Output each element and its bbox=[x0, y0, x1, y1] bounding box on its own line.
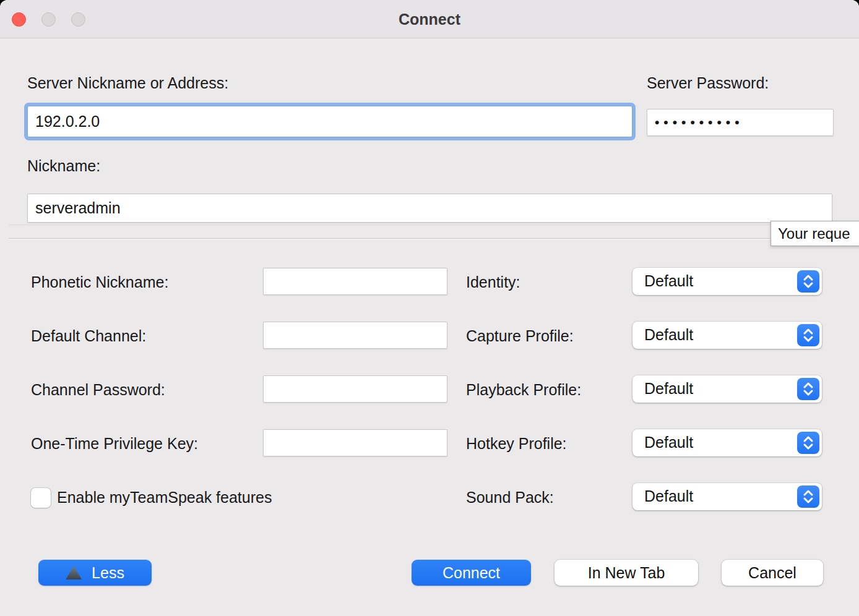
in-new-tab-button-label: In New Tab bbox=[588, 564, 665, 582]
cancel-button-label: Cancel bbox=[748, 564, 796, 582]
connect-dialog: Connect Server Nickname or Address: Serv… bbox=[0, 0, 859, 616]
sound-pack-select[interactable]: Default bbox=[632, 483, 822, 510]
section-divider-top bbox=[9, 225, 850, 225]
playback-profile-value: Default bbox=[644, 375, 693, 403]
less-button[interactable]: Less bbox=[38, 560, 152, 586]
nickname-label: Nickname: bbox=[27, 157, 100, 175]
connect-button[interactable]: Connect bbox=[412, 560, 531, 586]
channel-password-input[interactable] bbox=[263, 375, 447, 403]
less-button-label: Less bbox=[92, 564, 124, 582]
channel-password-label: Channel Password: bbox=[31, 381, 165, 399]
connect-button-label: Connect bbox=[442, 564, 500, 582]
chevron-up-down-icon bbox=[797, 270, 819, 293]
triangle-up-icon bbox=[66, 566, 82, 580]
phonetic-nickname-label: Phonetic Nickname: bbox=[31, 273, 168, 291]
capture-profile-label: Capture Profile: bbox=[466, 327, 574, 345]
hotkey-profile-select[interactable]: Default bbox=[632, 429, 822, 456]
nickname-input[interactable] bbox=[27, 194, 832, 223]
window-title: Connect bbox=[0, 0, 859, 38]
server-password-input[interactable] bbox=[647, 109, 834, 136]
sound-pack-value: Default bbox=[644, 483, 693, 510]
hotkey-profile-label: Hotkey Profile: bbox=[466, 435, 567, 453]
playback-profile-label: Playback Profile: bbox=[466, 381, 581, 399]
privilege-key-label: One-Time Privilege Key: bbox=[31, 435, 198, 453]
sound-pack-label: Sound Pack: bbox=[466, 489, 554, 507]
chevron-up-down-icon bbox=[797, 378, 819, 400]
enable-myteamspeak-checkbox[interactable] bbox=[31, 488, 51, 508]
chevron-up-down-icon bbox=[797, 432, 819, 454]
privilege-key-input[interactable] bbox=[263, 429, 447, 456]
titlebar: Connect bbox=[0, 0, 859, 38]
playback-profile-select[interactable]: Default bbox=[632, 375, 822, 403]
default-channel-label: Default Channel: bbox=[31, 327, 146, 345]
capture-profile-value: Default bbox=[644, 322, 693, 349]
tooltip: Your reque bbox=[771, 221, 859, 246]
enable-myteamspeak-label: Enable myTeamSpeak features bbox=[57, 489, 272, 507]
chevron-up-down-icon bbox=[797, 324, 819, 346]
identity-label: Identity: bbox=[466, 273, 520, 291]
default-channel-input[interactable] bbox=[263, 322, 447, 349]
hotkey-profile-value: Default bbox=[644, 429, 693, 456]
server-password-label: Server Password: bbox=[647, 74, 769, 92]
chevron-up-down-icon bbox=[797, 486, 819, 508]
in-new-tab-button[interactable]: In New Tab bbox=[555, 560, 698, 586]
server-address-label: Server Nickname or Address: bbox=[27, 74, 228, 92]
server-address-input[interactable] bbox=[27, 106, 632, 137]
section-divider bbox=[9, 238, 859, 239]
identity-select[interactable]: Default bbox=[632, 268, 822, 295]
phonetic-nickname-input[interactable] bbox=[263, 268, 447, 295]
cancel-button[interactable]: Cancel bbox=[722, 560, 823, 586]
identity-value: Default bbox=[644, 268, 693, 295]
capture-profile-select[interactable]: Default bbox=[632, 322, 822, 349]
